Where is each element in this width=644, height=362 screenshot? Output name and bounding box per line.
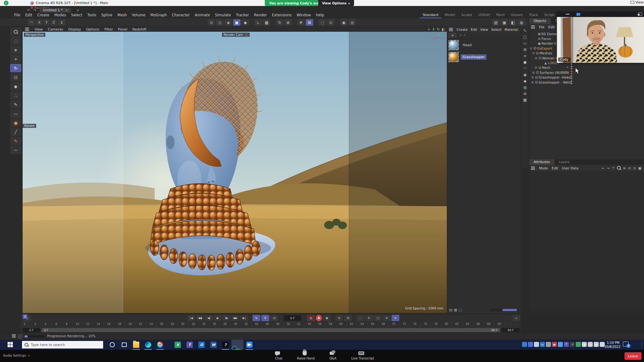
camera-menu-icon[interactable] <box>245 34 248 36</box>
status-menu-icon[interactable] <box>12 336 16 336</box>
leave-button[interactable]: Leave <box>625 352 641 360</box>
menu-simulate[interactable]: Simulate <box>213 12 233 18</box>
layout-tab-standard[interactable]: Standard <box>420 12 441 18</box>
taskbar-rhino-7[interactable]: 7 <box>219 340 231 350</box>
key-filter[interactable]: × <box>391 315 399 321</box>
rotate-tool[interactable]: ↻ <box>10 64 21 72</box>
object-grasshopper-head[interactable]: ⊞ ⊡ Grasshopper -Head ✎ <box>529 75 644 80</box>
palette-cube-primitive[interactable]: ▢ <box>523 35 527 39</box>
show-keys[interactable]: A <box>261 315 269 321</box>
quantize[interactable]: ⊞ <box>306 19 313 26</box>
taskbar-word[interactable]: W <box>208 340 219 350</box>
primitive-objects[interactable]: ● <box>10 118 21 127</box>
goto-prev-frame[interactable]: ◀| <box>205 315 213 321</box>
material-list-view[interactable]: ▤ <box>449 308 452 312</box>
scale-tool[interactable]: ⊡ <box>10 73 21 81</box>
play[interactable]: ▶ <box>214 315 222 321</box>
tray-onedrive[interactable] <box>558 342 563 347</box>
range-end-field[interactable]: 90 F <box>502 328 520 332</box>
taskbar-teams[interactable]: T <box>184 340 196 350</box>
attributes-track-selection[interactable]: ⊙ <box>633 166 636 170</box>
meeting-q-a[interactable]: Q&A <box>324 350 342 360</box>
attributes-parent-up[interactable]: ↑ <box>612 166 615 170</box>
viewport-menu-view[interactable]: View <box>32 27 45 32</box>
tab-layers[interactable]: Layers <box>554 159 574 165</box>
snap-move-tool[interactable]: ∴ <box>10 91 21 100</box>
texture-mode[interactable]: ◆ <box>242 19 249 26</box>
tray-tray-link[interactable] <box>546 342 551 347</box>
notification-center-icon[interactable]: 9 <box>623 342 629 347</box>
palette-material-tag[interactable]: ◆ <box>524 79 526 83</box>
tray-camera-tray[interactable]: ▭ <box>588 342 593 347</box>
material-grasshopper[interactable]: Grasshopper <box>447 51 521 63</box>
workplane-mode[interactable]: ▩ <box>263 19 270 26</box>
goto-end[interactable]: ▶| <box>240 315 248 321</box>
edit-toggle-icon[interactable]: ✎ <box>566 76 569 79</box>
key-parameter[interactable]: ≡ <box>383 315 391 321</box>
viewport-zoom-view[interactable]: ↕ <box>432 27 435 31</box>
goto-next-key[interactable]: ◆▶ <box>231 315 239 321</box>
menu-volume[interactable]: Volume <box>130 12 148 18</box>
timeline-ruler[interactable]: 0246810121416182022242628303234363840424… <box>21 322 520 328</box>
palette-bend-deformer[interactable]: ◠ <box>523 66 526 71</box>
audio-settings-button[interactable]: Audio Settings∧ <box>3 354 30 357</box>
tray-tray-record[interactable]: ● <box>552 342 557 347</box>
material-menu-material[interactable]: Material <box>503 27 520 32</box>
expander-icon[interactable]: ⊟ <box>529 47 533 50</box>
edit-toggle-icon[interactable]: ✎ <box>566 81 569 84</box>
viewport-menu-cameras[interactable]: Cameras <box>45 27 66 32</box>
tray-network-tray[interactable]: ▤ <box>594 342 599 347</box>
tray-tray-share[interactable]: ↗ <box>570 342 575 347</box>
material-menu-select[interactable]: Select <box>490 27 503 32</box>
taskbar-clock[interactable]: 1:14 PM 10/8/2022 <box>604 341 619 349</box>
menu-mesh[interactable]: Mesh <box>115 12 129 18</box>
cursor-move-tool[interactable]: ◆ <box>10 82 21 90</box>
layout-tab-model[interactable]: Model <box>442 12 458 18</box>
expander-icon[interactable]: ⊞ <box>531 76 534 79</box>
preview-range-bar[interactable]: 0 F 90 F <box>42 328 500 332</box>
material-thumbnail[interactable] <box>448 52 459 62</box>
menu-animate[interactable]: Animate <box>192 12 212 18</box>
taskbar-cinema-4d[interactable] <box>231 340 243 350</box>
palette-mograph-cloner[interactable]: ⊕ <box>523 91 526 96</box>
visibility-dots[interactable] <box>571 80 572 84</box>
expander-icon[interactable]: ⊞ <box>532 71 535 74</box>
corner-view-button[interactable]: View <box>630 0 643 4</box>
menu-create[interactable]: Create <box>35 12 52 18</box>
menu-mograph[interactable]: MoGraph <box>148 12 169 18</box>
object-surfaces-nurbs[interactable]: ⊞ ⊡ Surfaces (NURBS) ✎ <box>529 70 644 75</box>
start-button[interactable] <box>8 342 13 347</box>
menu-window[interactable]: Window <box>294 12 313 18</box>
palette-array-generator[interactable]: ⊞ <box>523 47 526 52</box>
commander-search[interactable] <box>10 27 21 36</box>
axis-lock-z[interactable]: Z <box>51 19 57 26</box>
visibility-dots[interactable] <box>571 66 572 69</box>
taskbar-search[interactable]: Type here to search <box>22 341 103 348</box>
panel-menu-icon[interactable] <box>449 29 453 30</box>
attributes-history-back[interactable]: ← <box>602 166 604 170</box>
render-picture-viewer[interactable]: ◎ <box>348 19 356 26</box>
axis-center[interactable]: ⊕ <box>284 19 292 26</box>
workplane[interactable]: ∟ <box>254 19 262 26</box>
tray-tray-app-3[interactable]: ◎ <box>540 342 545 347</box>
object-neck[interactable]: ⊞ ⊡ Neck ✎ <box>529 65 644 70</box>
menu-character[interactable]: Character <box>170 12 192 18</box>
meeting-raise-hand[interactable]: Raise Hand <box>297 350 315 360</box>
material-icon-size[interactable]: ▢ <box>459 308 462 312</box>
move-tool[interactable]: + <box>10 55 21 63</box>
layout-tab-groom[interactable]: Groom <box>508 12 525 18</box>
menu-file[interactable]: File <box>12 12 22 18</box>
taskbar-file-explorer[interactable] <box>130 340 142 350</box>
tab-objects[interactable]: Objects <box>529 18 551 24</box>
layout-tab-uvedit[interactable]: UVEdit <box>475 12 493 18</box>
material-menu-view[interactable]: View <box>479 27 490 32</box>
edit-toggle-icon[interactable]: ✎ <box>566 66 569 69</box>
menu-select[interactable]: Select <box>69 12 84 18</box>
material-menu-edit[interactable]: Edit <box>469 27 479 32</box>
viewport-rotate-view[interactable]: ↻ <box>437 27 440 31</box>
panel-menu-icon[interactable] <box>25 29 29 30</box>
tray-volume-tray[interactable]: ◁) <box>600 342 605 347</box>
fcurve-editor-button[interactable]: ↙ <box>513 315 520 321</box>
edges-mode[interactable]: ◇ <box>216 19 224 26</box>
axis-lock-y[interactable]: Y <box>43 19 50 26</box>
